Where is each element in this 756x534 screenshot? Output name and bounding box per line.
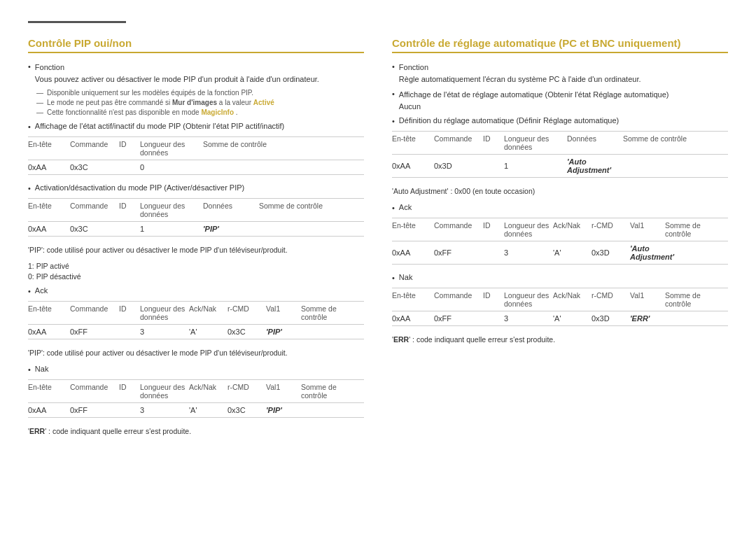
right-table2-row: 0xAA 0xFF 3 'A' 0x3D 'AutoAdjustment' (392, 241, 728, 265)
left-section1-function: • Fonction Vous pouvez activer ou désact… (28, 62, 364, 85)
right-table1-header: En-tête Commande ID Longueur des données… (392, 132, 728, 155)
left-table1-row: 0xAA 0x3C 0 (28, 160, 364, 175)
right-section3-label: • Définition du réglage automatique (Déf… (392, 116, 728, 125)
left-table3-row: 0xAA 0xFF 3 'A' 0x3C 'PIP' (28, 325, 364, 339)
left-note1: Disponible uniquement sur les modèles éq… (36, 89, 364, 97)
active-value: Activé (253, 99, 274, 106)
left-err-note: 'ERR' : code indiquant quelle erreur s'e… (28, 426, 364, 437)
left-table2: En-tête Commande ID Longueur des données… (28, 198, 364, 237)
right-nak-label: • Nak (392, 273, 728, 282)
right-function-label: Fonction (399, 63, 428, 71)
mur-images-bold: Mur d'images (172, 99, 217, 106)
left-table1-header: En-tête Commande ID Longueur des données… (28, 137, 364, 160)
left-table4-header: En-tête Commande ID Longueur des données… (28, 380, 364, 403)
left-table4: En-tête Commande ID Longueur des données… (28, 379, 364, 418)
right-section1-function: • Fonction Règle automatiquement l'écran… (392, 62, 728, 85)
bullet-dot: • (28, 62, 31, 71)
left-title: Contrôle PIP oui/non (28, 37, 364, 53)
pip-note2: 1: PIP activé (28, 262, 364, 270)
pip-note4: 'PIP': code utilisé pour activer ou désa… (28, 348, 364, 359)
left-function-text: Vous pouvez activer ou désactiver le mod… (35, 75, 319, 83)
right-auto-note: 'Auto Adjustment' : 0x00 (en toute occas… (392, 186, 728, 197)
left-table1-label: • Affichage de l'état actif/inactif du m… (28, 122, 364, 131)
left-table4-row: 0xAA 0xFF 3 'A' 0x3C 'PIP' (28, 403, 364, 418)
right-table1-row: 0xAA 0x3D 1 'AutoAdjustment' (392, 155, 728, 178)
right-ack-label: • Ack (392, 203, 728, 212)
right-function-text: Règle automatiquement l'écran du système… (399, 75, 641, 83)
left-table2-header: En-tête Commande ID Longueur des données… (28, 199, 364, 222)
left-column: Contrôle PIP oui/non • Fonction Vous pou… (28, 37, 364, 442)
left-note3: Cette fonctionnalité n'est pas disponibl… (36, 108, 364, 116)
left-table1: En-tête Commande ID Longueur des données… (28, 136, 364, 175)
pip-note3: 0: PIP désactivé (28, 272, 364, 281)
left-table2-section: • Activation/désactivation du mode PIP (… (28, 183, 364, 237)
left-table3: En-tête Commande ID Longueur des données… (28, 301, 364, 339)
right-err-note: 'ERR' : code indiquant quelle erreur s'e… (392, 335, 728, 346)
right-section2-label: • Affichage de l'état de réglage automat… (392, 89, 728, 112)
left-table2-row: 0xAA 0x3C 1 'PIP' (28, 222, 364, 237)
left-nak-label: • Nak (28, 365, 364, 374)
left-table1-section: • Affichage de l'état actif/inactif du m… (28, 122, 364, 175)
left-note2-text: Le mode ne peut pas être commandé si Mur… (47, 99, 274, 106)
right-table2: En-tête Commande ID Longueur des données… (392, 218, 728, 265)
pip-note1: 'PIP': code utilisé pour activer ou désa… (28, 245, 364, 256)
left-table2-label: • Activation/désactivation du mode PIP (… (28, 183, 364, 192)
right-table3-header: En-tête Commande ID Longueur des données… (392, 288, 728, 311)
right-table2-header: En-tête Commande ID Longueur des données… (392, 218, 728, 241)
left-function-label: Fonction (35, 63, 64, 71)
right-column: Contrôle de réglage automatique (PC et B… (392, 37, 728, 442)
right-table3: En-tête Commande ID Longueur des données… (392, 288, 728, 326)
left-table3-header: En-tête Commande ID Longueur des données… (28, 302, 364, 325)
right-table1: En-tête Commande ID Longueur des données… (392, 131, 728, 178)
left-ack-label: • Ack (28, 286, 364, 295)
magicinfo-value: MagicInfo (201, 108, 234, 116)
top-bar (28, 21, 126, 23)
right-table3-row: 0xAA 0xFF 3 'A' 0x3D 'ERR' (392, 311, 728, 326)
left-note2: Le mode ne peut pas être commandé si Mur… (36, 99, 364, 106)
right-table1-section: • Définition du réglage automatique (Déf… (392, 116, 728, 178)
right-title: Contrôle de réglage automatique (PC et B… (392, 37, 728, 53)
